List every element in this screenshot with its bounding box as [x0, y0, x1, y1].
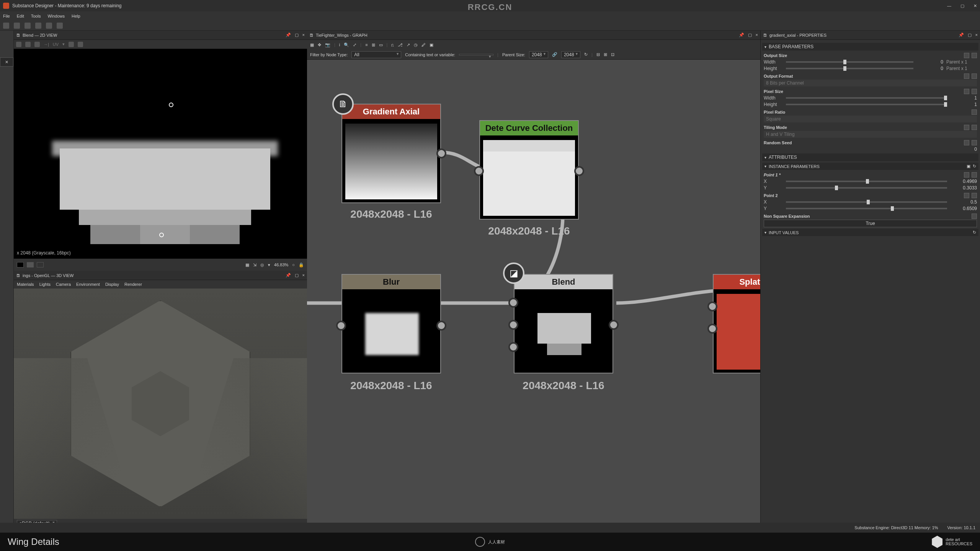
- panel-props-pin-icon[interactable]: 📌: [959, 33, 964, 37]
- swatch-grey[interactable]: [27, 262, 34, 267]
- open-icon[interactable]: [14, 23, 20, 29]
- gt-expose-icon[interactable]: ↗: [407, 42, 410, 47]
- filter-type-dropdown[interactable]: All: [351, 51, 401, 58]
- panel-graph-close-icon[interactable]: ×: [756, 33, 758, 37]
- gt-align-icon[interactable]: ≡: [365, 42, 368, 47]
- gt-link-icon[interactable]: ⎌: [391, 42, 394, 47]
- parent-size-2[interactable]: 2048: [561, 51, 580, 58]
- rs-r2-icon[interactable]: [972, 140, 977, 145]
- pr-r1-icon[interactable]: [972, 109, 977, 115]
- maximize-button[interactable]: ▢: [960, 3, 964, 8]
- node-splatt-in2-port[interactable]: [707, 324, 717, 334]
- node-blend[interactable]: Blend: [514, 274, 613, 373]
- 3d-menu-camera[interactable]: Camera: [56, 282, 71, 287]
- node-blur-out-port[interactable]: [436, 321, 446, 331]
- panel-props-pop-icon[interactable]: ▢: [968, 33, 972, 37]
- view-2d-canvas[interactable]: x 2048 (Grayscale, 16bpc) ▦ ⇲ ◎ ▾ 46.83%…: [14, 49, 307, 271]
- node-curve-out-port[interactable]: [574, 166, 584, 176]
- inpv-reset-icon[interactable]: ↻: [973, 230, 976, 235]
- tm-r2-icon[interactable]: [972, 125, 977, 130]
- node-splatt-in1-port[interactable]: [707, 302, 717, 311]
- minimize-button[interactable]: —: [947, 3, 951, 8]
- swatch-black[interactable]: [17, 262, 24, 267]
- 2d-t2-icon[interactable]: ◎: [260, 262, 264, 267]
- panel-2d-close-icon[interactable]: ×: [302, 33, 305, 37]
- of-r2-icon[interactable]: [972, 73, 977, 79]
- node-blend-in3-port[interactable]: [508, 342, 518, 352]
- 2d-grid-icon[interactable]: ▦: [245, 262, 249, 267]
- menu-file[interactable]: File: [3, 14, 10, 18]
- 3d-menu-materials[interactable]: Materials: [17, 282, 34, 287]
- parent-size-1[interactable]: 2048: [529, 51, 548, 58]
- panel-3d-close-icon[interactable]: ×: [302, 273, 305, 278]
- view-3d-canvas[interactable]: [14, 289, 307, 519]
- panel-3d-doc-icon[interactable]: 🖺: [16, 273, 20, 278]
- 2d-lock-icon[interactable]: 🔒: [299, 262, 304, 267]
- p2-x-slider[interactable]: [786, 201, 947, 203]
- os-width-slider[interactable]: [786, 61, 913, 63]
- panel-props-close-icon[interactable]: ×: [975, 33, 978, 37]
- reload-icon[interactable]: [46, 23, 52, 29]
- 3d-menu-environment[interactable]: Environment: [76, 282, 100, 287]
- panel-graph-pop-icon[interactable]: ▢: [748, 33, 752, 37]
- close-button[interactable]: ✕: [973, 3, 977, 8]
- node-splatt[interactable]: Splatt: [713, 274, 760, 373]
- section-inst[interactable]: INSTANCE PARAMETERS ▣ ↻: [762, 163, 978, 170]
- filter-text-dropdown[interactable]: [459, 54, 493, 55]
- reset-size-icon[interactable]: ↻: [584, 52, 588, 57]
- gt-note-icon[interactable]: 🖉: [421, 42, 426, 47]
- left-strip-close[interactable]: ×: [0, 57, 13, 67]
- gt-fit-icon[interactable]: ⤢: [353, 42, 356, 47]
- gf-m1-icon[interactable]: ⊟: [596, 52, 600, 57]
- p1-r1-icon[interactable]: [964, 172, 969, 178]
- tm-r1-icon[interactable]: [964, 125, 969, 130]
- 2d-t3-icon[interactable]: ▾: [268, 262, 270, 267]
- panel-graph-doc-icon[interactable]: 🖺: [309, 33, 314, 37]
- p2-y-slider[interactable]: [786, 208, 947, 209]
- gt-group-icon[interactable]: ▭: [379, 42, 383, 47]
- node-blend-in1-port[interactable]: [508, 298, 518, 308]
- link-size-icon[interactable]: 🔗: [552, 52, 557, 57]
- p1-r2-icon[interactable]: [972, 172, 977, 178]
- 2d-t1-icon[interactable]: ⇲: [253, 262, 256, 267]
- gt-search-icon[interactable]: 🔍: [344, 42, 349, 47]
- menu-edit[interactable]: Edit: [17, 14, 24, 18]
- inst-reset-icon[interactable]: ↻: [973, 164, 976, 169]
- gt-select-icon[interactable]: ▦: [310, 42, 314, 47]
- node-blur[interactable]: Blur: [341, 274, 441, 373]
- rs-r1-icon[interactable]: [964, 140, 969, 145]
- swatch-dark[interactable]: [37, 262, 44, 267]
- 2d-tool-copy-icon[interactable]: [34, 42, 40, 47]
- panel-props-doc-icon[interactable]: 🖺: [763, 33, 767, 37]
- 2d-tool-histogram-icon[interactable]: [78, 42, 83, 47]
- p2-r2-icon[interactable]: [972, 193, 977, 198]
- gf-m2-icon[interactable]: ⊞: [604, 52, 607, 57]
- menu-help[interactable]: Help: [72, 14, 80, 18]
- gt-move-icon[interactable]: ✥: [318, 42, 321, 47]
- section-inputvalues[interactable]: INPUT VALUES ↻: [762, 229, 978, 236]
- panel-2d-pop-icon[interactable]: ▢: [295, 33, 299, 37]
- 2d-tool-save-icon[interactable]: [25, 42, 31, 47]
- gt-snap-icon[interactable]: 📷: [325, 42, 330, 47]
- of-r1-icon[interactable]: [964, 73, 969, 79]
- 2d-fit-icon[interactable]: ○: [292, 262, 295, 267]
- node-gradient-axial[interactable]: Gradient Axial: [341, 104, 441, 203]
- node-gradient-out-port[interactable]: [436, 148, 446, 158]
- section-base[interactable]: BASE PARAMETERS: [762, 43, 978, 51]
- new-icon[interactable]: [3, 23, 9, 29]
- refresh-icon[interactable]: [57, 23, 63, 29]
- 2d-tool-info-icon[interactable]: [69, 42, 74, 47]
- ps-width-slider[interactable]: [786, 97, 947, 99]
- p1-y-slider[interactable]: [786, 187, 947, 189]
- nse-toggle[interactable]: True: [764, 220, 977, 227]
- os-r2-icon[interactable]: [972, 53, 977, 58]
- gt-frame-icon[interactable]: ⊞: [372, 42, 375, 47]
- panel-3d-pop-icon[interactable]: ▢: [295, 273, 299, 278]
- saveall-icon[interactable]: [35, 23, 41, 29]
- pin-icon[interactable]: 🖺: [16, 33, 20, 37]
- section-attr[interactable]: ATTRIBUTES: [762, 153, 978, 161]
- 3d-menu-renderer[interactable]: Renderer: [124, 282, 142, 287]
- node-curve[interactable]: Dete Curve Collection: [479, 120, 579, 220]
- node-blend-in2-port[interactable]: [508, 320, 518, 330]
- panel-3d-pin-icon[interactable]: 📌: [286, 273, 291, 278]
